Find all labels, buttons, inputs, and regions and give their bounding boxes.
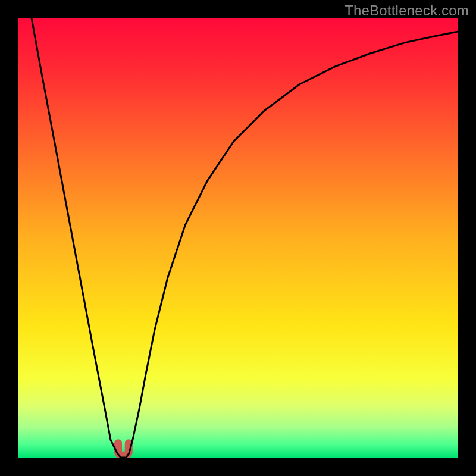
gradient-background [18,18,458,458]
plot-area [18,18,458,458]
attribution-watermark: TheBottleneck.com [345,2,469,19]
chart-frame: TheBottleneck.com [0,0,476,476]
chart-svg [18,18,458,458]
